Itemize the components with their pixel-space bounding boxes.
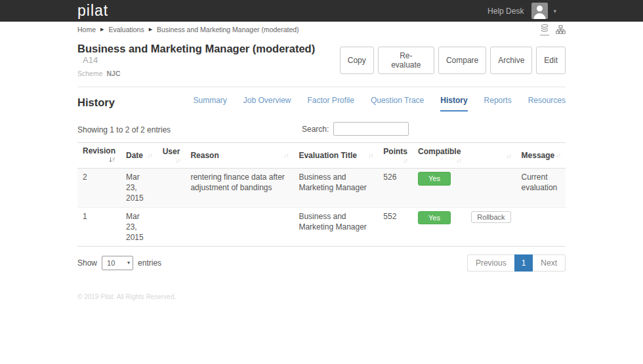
table-header-row: Revision Date ↓↑ User ↓↑ Reason ↓↑ Evalu… <box>77 143 566 169</box>
cell-date: Mar 23, 2015 <box>121 207 157 247</box>
top-header-bar: pilat Help Desk ▾ <box>0 0 643 22</box>
user-menu-caret-icon[interactable]: ▾ <box>553 8 556 14</box>
person-icon <box>531 3 548 19</box>
page-1-button[interactable]: 1 <box>514 254 533 272</box>
pagination: Previous 1 Next <box>467 254 566 272</box>
cell-date: Mar 23, 2015 <box>121 169 157 208</box>
user-avatar[interactable] <box>531 3 548 19</box>
cell-compatible: Yes <box>413 169 466 208</box>
tab-reports[interactable]: Reports <box>484 96 512 111</box>
cell-message <box>516 207 566 247</box>
column-header-message[interactable]: Message ↓↑ <box>516 143 566 169</box>
breadcrumb-separator-icon: ▶ <box>149 27 152 32</box>
sitemap-icon[interactable] <box>556 25 566 34</box>
table-footer-controls: Show 10 ▾ entries Previous 1 Next <box>77 254 566 272</box>
sort-both-icon: ↓↑ <box>507 153 511 159</box>
tab-question-trace[interactable]: Question Trace <box>371 96 424 111</box>
compare-button[interactable]: Compare <box>438 47 486 74</box>
sort-both-icon: ↓↑ <box>175 157 180 164</box>
sort-both-icon: ↓↑ <box>283 152 288 159</box>
page-title: Business and Marketing Manager (moderate… <box>77 43 315 54</box>
table-info: Showing 1 to 2 of 2 entries <box>77 125 171 134</box>
copyright-text: © 2019 Pilat. All Rights Reserved. <box>77 293 566 300</box>
tab-history[interactable]: History <box>440 96 467 111</box>
breadcrumb-current: Business and Marketing Manager (moderate… <box>157 26 299 33</box>
sort-both-icon: ↓↑ <box>556 152 560 159</box>
table-row: 2 Mar 23, 2015 rentering finance data af… <box>77 169 566 208</box>
cell-user <box>157 169 186 208</box>
previous-page-button[interactable]: Previous <box>467 254 514 272</box>
breadcrumb: Home ▶ Evaluations ▶ Business and Market… <box>77 26 299 33</box>
cell-evaluation-title: Business and Marketing Manager <box>293 207 378 247</box>
column-header-reason[interactable]: Reason ↓↑ <box>185 143 293 169</box>
breadcrumb-separator-icon: ▶ <box>100 27 104 32</box>
sort-desc-icon <box>109 157 115 165</box>
cell-points: 526 <box>378 169 413 208</box>
cell-user <box>157 207 186 247</box>
search-label: Search: <box>302 125 329 134</box>
tab-factor-profile[interactable]: Factor Profile <box>308 96 354 111</box>
page-length-select[interactable]: 10 <box>102 256 133 270</box>
cell-revision: 1 <box>77 207 121 247</box>
compatible-yes-badge[interactable]: Yes <box>418 211 451 225</box>
action-buttons: Copy Re-evaluate Compare Archive Edit <box>336 47 566 74</box>
copy-button[interactable]: Copy <box>340 47 374 74</box>
column-header-date[interactable]: Date ↓↑ <box>121 143 157 169</box>
next-page-button[interactable]: Next <box>533 254 566 272</box>
rollback-button[interactable]: Rollback <box>471 211 510 223</box>
column-header-evaluation-title[interactable]: Evaluation Title ↓↑ <box>293 143 378 169</box>
sort-both-icon: ↓↑ <box>456 157 461 164</box>
archive-button[interactable]: Archive <box>490 47 532 74</box>
breadcrumb-home[interactable]: Home <box>77 26 96 33</box>
tab-bar: Summary Job Overview Factor Profile Ques… <box>193 96 566 111</box>
title-section: Business and Marketing Manager (moderate… <box>77 37 566 87</box>
history-table: Revision Date ↓↑ User ↓↑ Reason ↓↑ Evalu… <box>77 142 566 247</box>
column-header-action[interactable]: ↓↑ <box>466 143 516 169</box>
show-label: Show <box>77 258 97 268</box>
help-desk-link[interactable]: Help Desk <box>487 7 524 16</box>
cell-points: 552 <box>378 207 413 247</box>
column-header-points[interactable]: Points ↓↑ <box>378 143 413 169</box>
breadcrumb-bar: Home ▶ Evaluations ▶ Business and Market… <box>77 22 566 37</box>
section-title: History <box>77 96 115 109</box>
history-section-header: History Summary Job Overview Factor Prof… <box>77 96 566 111</box>
cell-reason: rentering finance data after adjustment … <box>185 169 293 208</box>
search-input[interactable] <box>333 122 409 136</box>
sort-both-icon: ↓↑ <box>368 152 373 159</box>
compatible-yes-badge[interactable]: Yes <box>418 172 451 186</box>
cell-reason <box>185 207 293 247</box>
cell-action: Rollback <box>466 207 516 247</box>
edit-button[interactable]: Edit <box>536 47 566 74</box>
breadcrumb-evaluations[interactable]: Evaluations <box>108 26 144 33</box>
sort-both-icon: ↓↑ <box>403 157 407 164</box>
column-header-revision[interactable]: Revision <box>77 143 121 169</box>
pilat-logo: pilat <box>77 3 108 18</box>
scheme-value: NJC <box>106 70 120 77</box>
cell-compatible: Yes <box>413 207 466 247</box>
entries-label: entries <box>138 258 161 268</box>
cell-evaluation-title: Business and Marketing Manager <box>293 169 378 208</box>
tab-summary[interactable]: Summary <box>193 96 226 111</box>
sort-both-icon: ↓↑ <box>148 152 152 159</box>
cell-action <box>466 169 516 208</box>
cell-revision: 2 <box>77 169 121 208</box>
tab-job-overview[interactable]: Job Overview <box>243 96 291 111</box>
column-header-user[interactable]: User ↓↑ <box>157 143 186 169</box>
table-row: 1 Mar 23, 2015 Business and Marketing Ma… <box>77 207 566 247</box>
evaluation-code: A14 <box>83 55 98 65</box>
layers-icon[interactable] <box>540 24 549 35</box>
tab-resources[interactable]: Resources <box>528 96 566 111</box>
scheme-label: Scheme <box>77 70 103 77</box>
column-header-compatible[interactable]: Compatible ↓↑ <box>413 143 466 169</box>
re-evaluate-button[interactable]: Re-evaluate <box>378 47 434 74</box>
table-controls: Showing 1 to 2 of 2 entries Search: <box>77 122 566 138</box>
cell-message: Current evaluation <box>516 169 566 208</box>
